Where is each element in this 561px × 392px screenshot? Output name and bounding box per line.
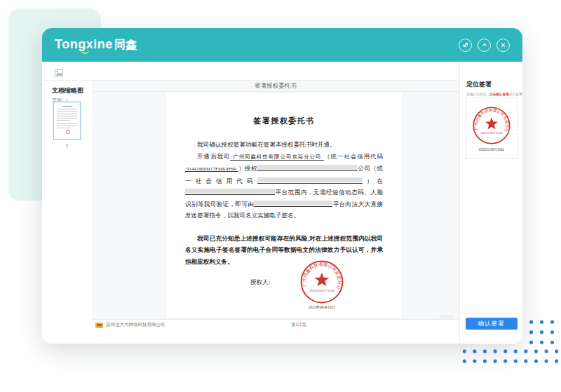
broken-image-icon	[55, 67, 63, 80]
sign-panel-footer: 确认签署	[460, 313, 522, 344]
company-name-blank: 广州同鑫科技有限公司东莞分公司	[230, 154, 324, 161]
title-bar: Tongxine同鑫	[42, 28, 522, 62]
page-background: Tongxine同鑫	[0, 0, 561, 392]
fadada-logo	[95, 323, 103, 328]
paragraph-1: 我司确认授权签署功能在签署本授权委托书时开通。	[185, 139, 383, 151]
draggable-seal-card[interactable]: 广州同鑫科技有限公司东莞分公司 5866183089776288 2022年06…	[466, 97, 518, 159]
seal-star	[485, 117, 498, 129]
logo-smile-accent	[81, 50, 89, 54]
document-title: 签署授权委托书	[185, 116, 383, 126]
paragraph-3-risk-notice: 我司已充分知悉上述授权可能存在的风险,对在上述授权范围内以我司名义实施电子签名签…	[185, 233, 383, 268]
fullscreen-icon[interactable]	[459, 39, 472, 52]
brand-logo: Tongxine同鑫	[55, 37, 137, 53]
document-name-bar: 签署授权委托书	[92, 81, 459, 92]
window-controls	[459, 39, 510, 52]
sign-panel: 定位签署 请确认无误后，点击确认签署进行签署 广州同鑫科技有限公司东莞分公司 5…	[459, 62, 522, 344]
thumbnail-title-line	[62, 106, 72, 107]
footer-company-name: 深圳法大大网络科技有限公司	[106, 322, 165, 328]
svg-text:5866183089776288: 5866183089776288	[309, 289, 334, 292]
brand-logo-text: Tongxine	[55, 37, 113, 51]
thumbnail-page-number: 1	[53, 142, 81, 149]
paragraph-2: 开通后我司广州同鑫科技有限公司东莞分公司（统一社会信用代码91441900M17…	[185, 151, 383, 222]
document-page: 签署授权委托书 我司确认授权签署功能在签署本授权委托书时开通。 开通后我司广州同…	[166, 93, 402, 318]
collapse-window-icon[interactable]	[478, 39, 491, 52]
seal-star	[315, 273, 330, 287]
viewer-bottom-spacer	[92, 330, 459, 344]
thumbnail-panel-title: 文档缩略图	[52, 86, 92, 95]
decorative-dot-grid-large	[458, 345, 560, 366]
page-thumbnail[interactable]	[53, 102, 81, 140]
document-viewer: 签署授权委托书 签署授权委托书 我司确认授权签署功能在签署本授权委托书时开通。 …	[92, 81, 459, 344]
signer-label: 授权人:	[250, 278, 270, 287]
document-seal-date: 2022年06月16日	[299, 305, 344, 310]
redacted-blank-2	[257, 177, 363, 184]
footer-page-indicator: 第1/1页	[291, 322, 306, 328]
thumbnail-sidebar: 文档缩略图 页数: 1 1	[42, 81, 92, 344]
redacted-blank-4	[254, 200, 332, 207]
thumbnail-seal-mark	[66, 130, 70, 134]
toolbar-strip	[42, 62, 459, 81]
document-seal-stamp[interactable]: 广州同鑫科技有限公司东莞分公司 5866183089776288	[299, 259, 344, 304]
confirm-sign-button[interactable]: 确认签署	[466, 318, 518, 330]
decorative-dot-grid-small	[525, 316, 558, 346]
panel-seal-date: 2022年06月16日	[478, 147, 504, 151]
sign-panel-tip: 请确认无误后，点击确认签署进行签署	[466, 92, 510, 97]
redacted-blank-1	[257, 164, 358, 171]
credit-code-blank: 91441900M17FMK4F6K	[185, 166, 238, 172]
window-content: 文档缩略图 页数: 1 1 ‹ 签署授权委托书 签署授权委托书	[42, 62, 522, 344]
viewer-footer: 深圳法大大网络科技有限公司 第1/1页	[92, 319, 459, 330]
sign-panel-title: 定位签署	[466, 80, 522, 89]
document-body: 我司确认授权签署功能在签署本授权委托书时开通。 开通后我司广州同鑫科技有限公司东…	[185, 139, 383, 267]
svg-text:广州同鑫科技有限公司东莞分公司: 广州同鑫科技有限公司东莞分公司	[299, 259, 342, 290]
app-window: Tongxine同鑫	[42, 28, 522, 344]
brand-logo-cn: 同鑫	[114, 39, 137, 50]
svg-text:广州同鑫科技有限公司东莞分公司: 广州同鑫科技有限公司东莞分公司	[472, 106, 509, 133]
svg-text:5866183089776288: 5866183089776288	[480, 132, 503, 135]
sign-tip-highlight: 点击确认签署	[489, 93, 509, 96]
redacted-blank-3	[185, 188, 275, 195]
close-icon[interactable]	[496, 39, 510, 52]
